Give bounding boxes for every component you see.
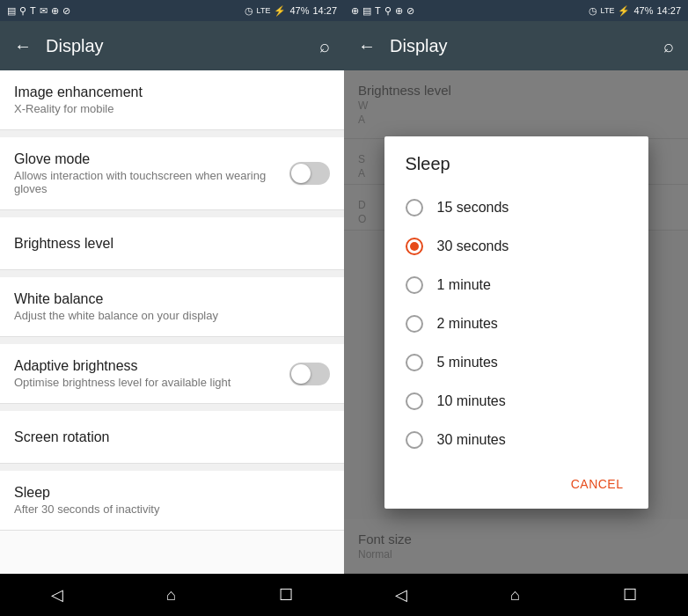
adaptive-brightness-toggle[interactable]: [289, 363, 330, 385]
wifi-icon: ⚲: [19, 5, 26, 17]
setting-item-brightness-level[interactable]: Brightness level: [0, 217, 344, 270]
option-label-10m: 10 minutes: [437, 393, 506, 409]
divider-2: [0, 210, 344, 217]
r-status-icons-left: ⊕ ▤ T ⚲ ⊕ ⊘: [351, 5, 414, 17]
left-toolbar: ← Display ⌕: [0, 21, 344, 70]
setting-title-sleep: Sleep: [14, 485, 330, 501]
radio-1m: [406, 276, 423, 294]
r-signal-icon: ⊕: [351, 5, 359, 17]
divider-3: [0, 270, 344, 277]
option-1m[interactable]: 1 minute: [384, 266, 648, 304]
r-back-button[interactable]: ←: [358, 36, 376, 56]
setting-item-image-enhancement[interactable]: Image enhancement X-Reality for mobile: [0, 70, 344, 130]
divider-4: [0, 337, 344, 344]
toggle-knob: [291, 164, 311, 183]
lte-icon: LTE: [257, 6, 271, 15]
cancel-button[interactable]: CANCEL: [560, 470, 634, 498]
left-panel: ▤ ⚲ T ✉ ⊕ ⊘ ◷ LTE ⚡ 47% 14:27 ← Display …: [0, 0, 344, 616]
security-icon: ⊘: [62, 5, 70, 17]
r-email-icon: ⚲: [384, 5, 392, 17]
option-label-15s: 15 seconds: [437, 200, 509, 216]
settings-list: Image enhancement X-Reality for mobile G…: [0, 70, 344, 574]
battery-pct: 47%: [289, 5, 309, 16]
status-bar-right: ⊕ ▤ T ⚲ ⊕ ⊘ ◷ LTE ⚡ 47% 14:27: [344, 0, 688, 21]
r-maps-icon: ⊕: [395, 5, 403, 17]
setting-sub-white-balance: Adjust the white balance on your display: [14, 309, 330, 322]
setting-item-sleep[interactable]: Sleep After 30 seconds of inactivity: [0, 471, 344, 531]
setting-item-glove-mode[interactable]: Glove mode Allows interaction with touch…: [0, 137, 344, 210]
dialog-actions: CANCEL: [384, 463, 648, 509]
radio-30s: [406, 238, 423, 255]
r-page-title: Display: [390, 36, 649, 56]
recent-nav-button[interactable]: ☐: [261, 578, 311, 612]
setting-title-glove-mode: Glove mode: [14, 151, 289, 167]
right-toolbar: ← Display ⌕: [344, 21, 688, 70]
r-lte-icon: LTE: [601, 6, 615, 15]
r-battery-pct: 47%: [633, 5, 653, 16]
dialog-title: Sleep: [384, 136, 648, 185]
r-alarm-icon: ◷: [589, 5, 597, 17]
alarm-icon: ◷: [245, 5, 253, 17]
setting-item-adaptive-brightness[interactable]: Adaptive brightness Optimise brightness …: [0, 344, 344, 404]
adaptive-toggle-knob: [291, 364, 311, 384]
r-status-icons-right: ◷ LTE ⚡ 47% 14:27: [589, 5, 681, 17]
radio-10m: [406, 392, 423, 410]
left-nav-bar: ◁ ⌂ ☐: [0, 574, 344, 616]
option-15s[interactable]: 15 seconds: [384, 188, 648, 227]
option-30s[interactable]: 30 seconds: [384, 227, 648, 266]
r-battery-icon: ⚡: [618, 5, 630, 17]
home-nav-button[interactable]: ⌂: [149, 579, 194, 612]
r-back-nav-button[interactable]: ◁: [377, 578, 425, 612]
back-button[interactable]: ←: [14, 36, 32, 56]
glove-mode-toggle[interactable]: [289, 162, 330, 185]
r-recent-nav-button[interactable]: ☐: [605, 578, 655, 612]
dialog-options: 15 seconds 30 seconds 1 minute: [384, 185, 648, 463]
radio-2m: [406, 315, 423, 333]
setting-title-brightness-level: Brightness level: [14, 236, 330, 252]
setting-sub-glove-mode: Allows interaction with touchscreen when…: [14, 169, 289, 195]
option-30m[interactable]: 30 minutes: [384, 421, 648, 459]
setting-sub-sleep: After 30 seconds of inactivity: [14, 502, 330, 516]
radio-5m: [406, 354, 423, 371]
r-security-icon: ⊘: [406, 5, 414, 17]
r-time: 14:27: [656, 5, 681, 16]
r-wifi-icon: ▤: [362, 5, 371, 17]
sleep-dialog: Sleep 15 seconds 30 seconds 1 m: [384, 136, 648, 509]
email-icon: ✉: [40, 5, 48, 17]
option-10m[interactable]: 10 minutes: [384, 382, 648, 421]
right-nav-bar: ◁ ⌂ ☐: [344, 574, 688, 616]
time: 14:27: [312, 5, 337, 16]
option-label-2m: 2 minutes: [437, 316, 498, 332]
divider-5: [0, 404, 344, 411]
divider-6: [0, 464, 344, 471]
setting-item-white-balance[interactable]: White balance Adjust the white balance o…: [0, 277, 344, 337]
option-label-30m: 30 minutes: [437, 432, 506, 448]
setting-title-image-enhancement: Image enhancement: [14, 84, 330, 100]
signal-icon: ▤: [7, 5, 16, 17]
radio-15s: [406, 199, 423, 216]
back-nav-button[interactable]: ◁: [33, 578, 81, 612]
setting-title-white-balance: White balance: [14, 291, 330, 307]
search-button[interactable]: ⌕: [319, 36, 330, 56]
setting-sub-image-enhancement: X-Reality for mobile: [14, 102, 330, 115]
right-panel: ⊕ ▤ T ⚲ ⊕ ⊘ ◷ LTE ⚡ 47% 14:27 ← Display …: [344, 0, 688, 616]
r-home-nav-button[interactable]: ⌂: [493, 579, 538, 612]
t-icon: T: [30, 5, 36, 16]
setting-item-screen-rotation[interactable]: Screen rotation: [0, 411, 344, 464]
option-label-30s: 30 seconds: [437, 238, 509, 254]
radio-inner-30s: [410, 242, 419, 251]
divider-1: [0, 130, 344, 137]
status-icons-right: ◷ LTE ⚡ 47% 14:27: [245, 5, 337, 17]
option-5m[interactable]: 5 minutes: [384, 343, 648, 382]
maps-icon: ⊕: [51, 5, 59, 17]
radio-30m: [406, 431, 423, 449]
setting-title-screen-rotation: Screen rotation: [14, 429, 330, 445]
status-icons-left: ▤ ⚲ T ✉ ⊕ ⊘: [7, 5, 70, 17]
r-t-icon: T: [375, 5, 381, 16]
option-label-5m: 5 minutes: [437, 355, 498, 370]
r-search-button[interactable]: ⌕: [663, 36, 674, 56]
page-title: Display: [46, 36, 305, 56]
option-2m[interactable]: 2 minutes: [384, 304, 648, 343]
dialog-overlay: Sleep 15 seconds 30 seconds 1 m: [344, 70, 688, 574]
battery-icon: ⚡: [274, 5, 286, 17]
